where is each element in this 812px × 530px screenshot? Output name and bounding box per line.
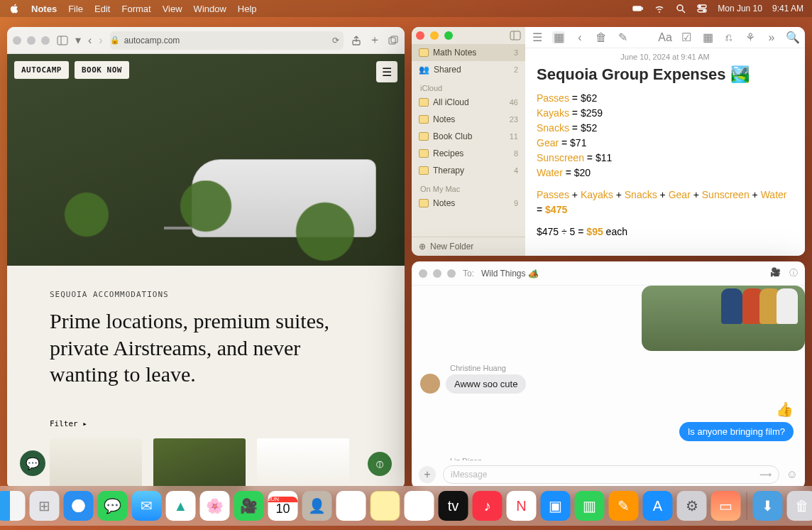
checklist-icon[interactable]: ☑: [680, 31, 693, 44]
attached-photo[interactable]: [642, 286, 805, 351]
menu-date[interactable]: Mon Jun 10: [718, 4, 762, 13]
dock-settings-icon[interactable]: ⚙: [677, 491, 707, 521]
traffic-minimize[interactable]: [27, 36, 35, 45]
sidebar-item-all-icloud[interactable]: All iCloud46: [412, 94, 525, 111]
avatar[interactable]: [420, 374, 440, 394]
sidebar-item-shared[interactable]: 👥 Shared 2: [412, 61, 525, 78]
menu-file[interactable]: File: [68, 4, 83, 14]
search-icon[interactable]: 🔍: [786, 31, 799, 44]
sidebar-item-onmac-notes[interactable]: Notes9: [412, 195, 525, 212]
traffic-close[interactable]: [416, 31, 424, 40]
dock-downloads-icon[interactable]: ⬇: [753, 491, 783, 521]
sidebar-icon[interactable]: [57, 35, 68, 46]
sidebar-item-math-notes[interactable]: Math Notes 3: [412, 44, 525, 61]
dock-pages-icon[interactable]: ✎: [609, 491, 639, 521]
dock-facetime-icon[interactable]: 🎥: [234, 491, 264, 521]
listing-thumb[interactable]: [257, 438, 349, 490]
hamburger-menu-icon[interactable]: ☰: [376, 61, 397, 82]
traffic-minimize[interactable]: [433, 269, 441, 278]
menu-window[interactable]: Window: [194, 4, 226, 14]
sidebar-item-book-club[interactable]: Book Club11: [412, 128, 525, 145]
traffic-zoom[interactable]: [447, 269, 456, 278]
facetime-icon[interactable]: 🎥: [770, 267, 781, 279]
dock-tv-icon[interactable]: tv: [439, 491, 468, 521]
info-icon[interactable]: ⓘ: [789, 267, 798, 279]
more-icon[interactable]: »: [765, 31, 778, 44]
menu-help[interactable]: Help: [238, 4, 257, 14]
dock-notes-icon[interactable]: [371, 491, 400, 521]
traffic-zoom[interactable]: [444, 31, 453, 40]
tabs-icon[interactable]: [388, 35, 399, 46]
book-now-button[interactable]: BOOK NOW: [75, 61, 129, 79]
traffic-zoom[interactable]: [41, 36, 50, 45]
dock-reminders-icon[interactable]: ☰: [336, 491, 366, 521]
list-view-icon[interactable]: ☰: [531, 31, 544, 44]
menu-time[interactable]: 9:41 AM: [772, 4, 803, 13]
forward-icon[interactable]: ›: [99, 34, 102, 47]
add-attachment-button[interactable]: +: [419, 466, 436, 483]
trash-icon[interactable]: 🗑: [595, 31, 608, 44]
listing-thumb[interactable]: [50, 438, 142, 490]
spotlight-icon[interactable]: [675, 3, 686, 14]
chevron-down-icon[interactable]: ▾: [75, 33, 81, 47]
brand-pill[interactable]: AUTOCAMP: [14, 61, 69, 79]
sidebar-item-recipes[interactable]: Recipes8: [412, 145, 525, 162]
menu-edit[interactable]: Edit: [94, 4, 110, 14]
dock-safari-icon[interactable]: [64, 491, 94, 521]
share-icon[interactable]: [351, 35, 362, 46]
dock-numbers-icon[interactable]: ▥: [575, 491, 605, 521]
audio-message-icon[interactable]: ⟿: [759, 470, 772, 480]
imessage-input[interactable]: iMessage ⟿: [443, 465, 779, 484]
apple-menu-icon[interactable]: [9, 3, 20, 14]
menu-format[interactable]: Format: [121, 4, 150, 14]
message-bubble-outgoing[interactable]: Is anyone bringing film?: [679, 422, 794, 441]
address-bar[interactable]: 🔒 autocamp.com ⟳: [110, 31, 344, 50]
dock-launchpad-icon[interactable]: ⊞: [30, 491, 60, 521]
traffic-close[interactable]: [13, 36, 21, 45]
back-icon[interactable]: ‹: [574, 31, 586, 44]
dock-photos-icon[interactable]: 🌸: [200, 491, 230, 521]
media-icon[interactable]: ⎌: [723, 31, 735, 44]
app-menu-name[interactable]: Notes: [31, 4, 57, 14]
control-center-icon[interactable]: [696, 3, 708, 14]
reload-icon[interactable]: ⟳: [332, 36, 339, 45]
traffic-close[interactable]: [419, 269, 427, 278]
dock-contacts-icon[interactable]: 👤: [302, 491, 332, 521]
to-value[interactable]: Wild Things 🏕️: [481, 269, 539, 278]
dock-iphone-mirror-icon[interactable]: ▭: [711, 491, 741, 521]
dock-maps-icon[interactable]: ▲: [166, 491, 196, 521]
dock-freeform-icon[interactable]: 〰: [405, 491, 434, 521]
emoji-picker-icon[interactable]: ☺: [786, 468, 798, 481]
traffic-minimize[interactable]: [430, 31, 439, 40]
back-icon[interactable]: ‹: [88, 34, 92, 47]
dock-keynote-icon[interactable]: ▣: [541, 491, 571, 521]
thumbs-up-reaction-icon[interactable]: 👍: [776, 401, 794, 418]
gallery-view-icon[interactable]: ▦: [552, 31, 565, 44]
dock-trash-icon[interactable]: 🗑: [787, 491, 813, 521]
table-icon[interactable]: ▦: [701, 31, 714, 44]
message-bubble[interactable]: Awww soo cute: [446, 374, 526, 394]
chat-fab-icon[interactable]: 💬: [20, 450, 45, 476]
dock-messages-icon[interactable]: 💬: [98, 491, 128, 521]
dock-appstore-icon[interactable]: A: [643, 491, 673, 521]
format-icon[interactable]: Aa: [659, 31, 671, 44]
accessibility-fab-icon[interactable]: ⦶: [368, 452, 392, 476]
dock-calendar-icon[interactable]: JUN10: [268, 491, 298, 521]
compose-icon[interactable]: ✎: [616, 31, 629, 44]
wifi-icon[interactable]: [654, 3, 665, 14]
battery-icon[interactable]: [632, 3, 644, 14]
sidebar-item-notes[interactable]: Notes23: [412, 111, 525, 128]
note-body[interactable]: Sequoia Group Expenses 🏞️ Passes = $62 K…: [525, 65, 805, 247]
dock-music-icon[interactable]: ♪: [473, 491, 503, 521]
filter-button[interactable]: Filter ▸: [50, 419, 362, 428]
sidebar-toggle-icon[interactable]: [510, 30, 521, 41]
new-folder-button[interactable]: ⊕ New Folder: [412, 237, 525, 256]
listing-thumb[interactable]: [153, 438, 246, 490]
dock-mail-icon[interactable]: ✉: [132, 491, 162, 521]
link-icon[interactable]: ⚘: [744, 31, 757, 44]
messages-thread[interactable]: Christine Huang Awww soo cute 👍 Is anyon…: [412, 286, 805, 460]
dock-news-icon[interactable]: N: [507, 491, 537, 521]
menu-view[interactable]: View: [163, 4, 182, 14]
dock-finder-icon[interactable]: [0, 491, 26, 521]
sidebar-item-therapy[interactable]: Therapy4: [412, 162, 525, 179]
